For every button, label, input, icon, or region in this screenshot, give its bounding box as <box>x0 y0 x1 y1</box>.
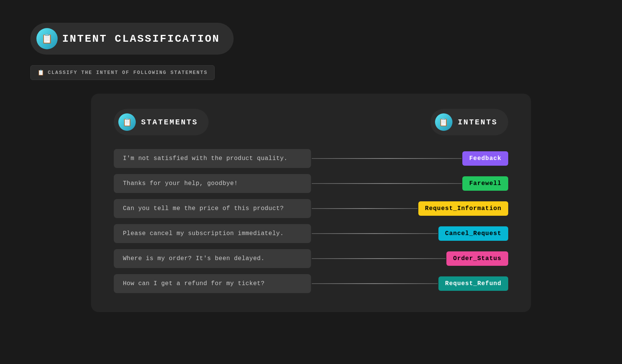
title-bar: 📋 INTENT CLASSIFICATION <box>30 23 592 55</box>
statements-icon: 📋 <box>118 113 136 131</box>
intent-row: How can I get a refund for my ticket?Req… <box>114 274 508 293</box>
intent-badge: Request_Information <box>418 201 508 216</box>
subtitle-text: CLASSIFY THE INTENT OF FOLLOWING STATEME… <box>48 70 207 75</box>
intent-badge: Request_Refund <box>438 276 508 291</box>
page-wrapper: 📋 INTENT CLASSIFICATION 📋 CLASSIFY THE I… <box>0 0 622 335</box>
connector-line <box>312 208 418 209</box>
rows-container: I'm not satisfied with the product quali… <box>114 149 508 293</box>
intents-icon: 📋 <box>435 113 452 131</box>
section-headers: 📋 STATEMENTS 📋 INTENTS <box>114 109 508 135</box>
statement-text: Can you tell me the price of this produc… <box>114 199 311 218</box>
statement-text: Thanks for your help, goodbye! <box>114 174 311 193</box>
intent-row: Please cancel my subscription immediatel… <box>114 224 508 243</box>
page-title: INTENT CLASSIFICATION <box>62 33 220 45</box>
intent-badge: Order_Status <box>446 251 508 266</box>
title-icon: 📋 <box>36 28 58 49</box>
statement-text: How can I get a refund for my ticket? <box>114 274 311 293</box>
intent-row: I'm not satisfied with the product quali… <box>114 149 508 168</box>
intent-badge: Farewell <box>462 176 508 191</box>
intent-row: Where is my order? It's been delayed.Ord… <box>114 249 508 268</box>
main-card: 📋 STATEMENTS 📋 INTENTS I'm not satisfied… <box>91 94 531 312</box>
statement-text: I'm not satisfied with the product quali… <box>114 149 311 168</box>
statement-text: Where is my order? It's been delayed. <box>114 249 311 268</box>
title-pill: 📋 INTENT CLASSIFICATION <box>30 23 234 55</box>
intents-label: INTENTS <box>458 118 498 127</box>
statements-header: 📋 STATEMENTS <box>114 109 209 135</box>
statements-label: STATEMENTS <box>141 118 198 127</box>
connector-line <box>312 283 438 284</box>
intent-row: Can you tell me the price of this produc… <box>114 199 508 218</box>
statement-text: Please cancel my subscription immediatel… <box>114 224 311 243</box>
connector-line <box>312 158 462 159</box>
intents-header: 📋 INTENTS <box>430 109 508 135</box>
subtitle-bar: 📋 CLASSIFY THE INTENT OF FOLLOWING STATE… <box>30 65 215 80</box>
connector-line <box>312 233 438 234</box>
subtitle-icon: 📋 <box>38 69 44 76</box>
connector-line <box>312 258 446 259</box>
intent-badge: Cancel_Request <box>438 226 508 241</box>
intent-row: Thanks for your help, goodbye!Farewell <box>114 174 508 193</box>
intent-badge: Feedback <box>462 151 508 166</box>
connector-line <box>312 183 462 184</box>
